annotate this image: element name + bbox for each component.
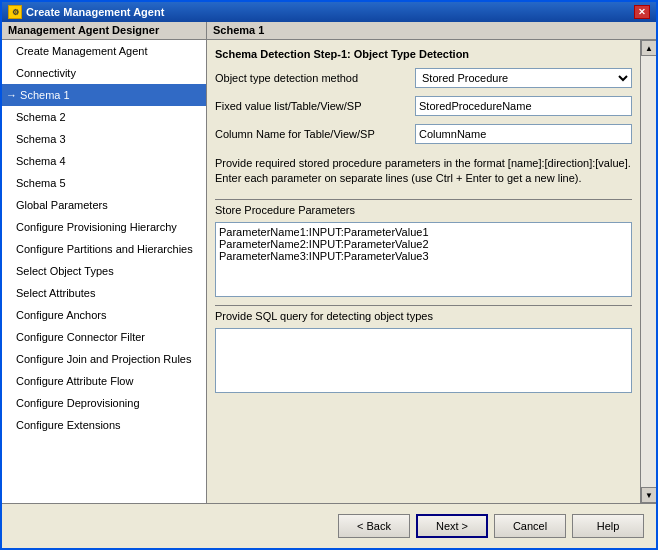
scroll-down[interactable]: ▼ [641,487,656,503]
description-text: Provide required stored procedure parame… [215,156,632,187]
sidebar-item-global-params[interactable]: Global Parameters [2,194,206,216]
cancel-button[interactable]: Cancel [494,514,566,538]
form-row-fixed-value: Fixed value list/Table/View/SP [215,96,632,116]
sidebar-item-schema1[interactable]: Schema 1 [2,84,206,106]
footer: < Back Next > Cancel Help [2,503,656,548]
title-bar: ⚙ Create Management Agent ✕ [2,2,656,22]
sidebar-section: Create Management AgentConnectivitySchem… [2,40,206,436]
next-button[interactable]: Next > [416,514,488,538]
column-name-input[interactable] [415,124,632,144]
sidebar-item-schema2[interactable]: Schema 2 [2,106,206,128]
detection-method-select[interactable]: Stored Procedure Fixed Value Table/View … [415,68,632,88]
panel-content: Schema Detection Step-1: Object Type Det… [207,40,640,503]
scrollbar[interactable]: ▲ ▼ [640,40,656,503]
window-title: Create Management Agent [26,6,164,18]
label-fixed-value: Fixed value list/Table/View/SP [215,100,415,112]
form-row-column-name: Column Name for Table/View/SP [215,124,632,144]
window-icon: ⚙ [8,5,22,19]
label-detection-method: Object type detection method [215,72,415,84]
sidebar-item-schema3[interactable]: Schema 3 [2,128,206,150]
label-column-name: Column Name for Table/View/SP [215,128,415,140]
sql-query-label: Provide SQL query for detecting object t… [215,305,632,322]
help-button[interactable]: Help [572,514,644,538]
sp-params-textarea[interactable]: ParameterName1:INPUT:ParameterValue1 Par… [215,222,632,297]
sidebar-item-config-ext[interactable]: Configure Extensions [2,414,206,436]
sidebar-item-config-part-hier[interactable]: Configure Partitions and Hierarchies [2,238,206,260]
sql-query-textarea[interactable] [215,328,632,393]
sidebar-item-select-obj-types[interactable]: Select Object Types [2,260,206,282]
sidebar-item-config-connector[interactable]: Configure Connector Filter [2,326,206,348]
sidebar-item-schema4[interactable]: Schema 4 [2,150,206,172]
scroll-up[interactable]: ▲ [641,40,656,56]
section-title: Schema Detection Step-1: Object Type Det… [215,48,632,60]
sidebar-item-config-attr-flow[interactable]: Configure Attribute Flow [2,370,206,392]
close-button[interactable]: ✕ [634,5,650,19]
sidebar-item-schema5[interactable]: Schema 5 [2,172,206,194]
subheader-right: Schema 1 [207,22,270,39]
scroll-track [641,56,656,487]
form-row-detection-method: Object type detection method Stored Proc… [215,68,632,88]
sp-params-label: Store Procedure Parameters [215,199,632,216]
sidebar-item-config-deprov[interactable]: Configure Deprovisioning [2,392,206,414]
sidebar-item-create-ma[interactable]: Create Management Agent [2,40,206,62]
sidebar-item-config-prov-hier[interactable]: Configure Provisioning Hierarchy [2,216,206,238]
fixed-value-input[interactable] [415,96,632,116]
content-area: Management Agent Designer Schema 1 Creat… [2,22,656,503]
main-window: ⚙ Create Management Agent ✕ Management A… [0,0,658,550]
sidebar-item-connectivity[interactable]: Connectivity [2,62,206,84]
right-panel: Schema Detection Step-1: Object Type Det… [207,40,640,503]
subheader-left: Management Agent Designer [2,22,207,39]
main-body: Create Management AgentConnectivitySchem… [2,40,656,503]
sidebar-item-select-attributes[interactable]: Select Attributes [2,282,206,304]
title-bar-left: ⚙ Create Management Agent [8,5,164,19]
sidebar: Create Management AgentConnectivitySchem… [2,40,207,503]
back-button[interactable]: < Back [338,514,410,538]
sidebar-item-config-join[interactable]: Configure Join and Projection Rules [2,348,206,370]
sidebar-item-config-anchors[interactable]: Configure Anchors [2,304,206,326]
